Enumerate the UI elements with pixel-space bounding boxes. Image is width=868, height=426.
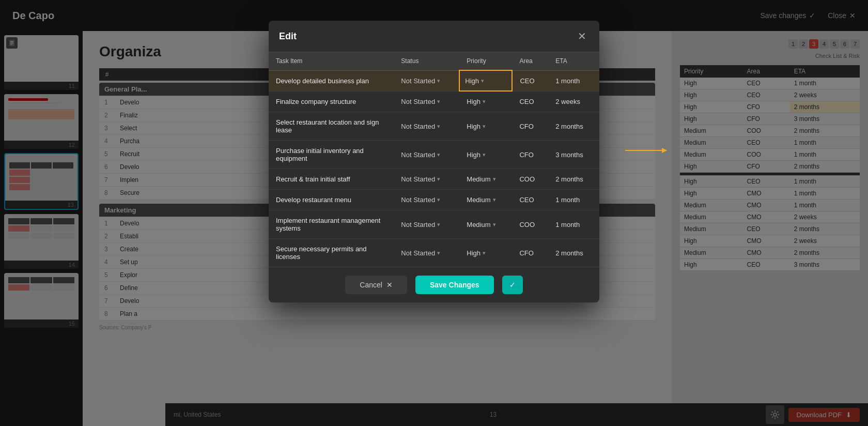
eta-cell-5: 2 months (548, 169, 599, 190)
status-arrow-8: ▾ (437, 250, 440, 256)
task-name-4: Purchase initial inventory and equipment (269, 141, 394, 169)
task-name-7: Implement restaurant management systems (269, 210, 394, 239)
priority-cell-8[interactable]: High ▾ (459, 239, 512, 267)
area-cell-3: CFO (512, 112, 548, 141)
confirm-check-button[interactable]: ✓ (502, 276, 523, 294)
cancel-x-icon: ✕ (386, 281, 393, 289)
status-select-5[interactable]: Not Started ▾ (401, 175, 452, 183)
annotation-line (625, 150, 667, 151)
status-select-8[interactable]: Not Started ▾ (401, 249, 452, 257)
cancel-label: Cancel (360, 281, 382, 289)
cancel-button[interactable]: Cancel ✕ (345, 276, 407, 294)
priority-dropdown-4[interactable]: High ▾ (467, 151, 505, 159)
priority-dropdown-3[interactable]: High ▾ (467, 123, 505, 130)
priority-value-8: High (467, 249, 481, 257)
priority-value-5: Medium (467, 175, 490, 183)
task-name-5: Recruit & train initial staff (269, 169, 394, 190)
area-cell-1: CEO (512, 70, 548, 91)
edit-table-row-7: Implement restaurant management systems … (269, 210, 599, 239)
priority-value-6: Medium (467, 196, 490, 204)
modal-body: Task Item Status Priority Area ETA Devel… (269, 52, 599, 267)
priority-arrow-6: ▾ (493, 196, 496, 203)
modal-footer: Cancel ✕ Save Changes ✓ (269, 267, 599, 302)
status-cell-6[interactable]: Not Started ▾ (394, 190, 459, 210)
eta-cell-2: 2 weeks (548, 91, 599, 112)
col-priority: Priority (459, 52, 512, 70)
area-cell-8: CFO (512, 239, 548, 267)
priority-cell-7[interactable]: Medium ▾ (459, 210, 512, 239)
col-status: Status (394, 52, 459, 70)
status-value-7: Not Started (401, 221, 435, 229)
modal-close-button[interactable]: ✕ (575, 29, 589, 43)
annotation-arrowhead (662, 148, 667, 153)
area-cell-4: CFO (512, 141, 548, 169)
modal-header: Edit ✕ (269, 21, 599, 52)
col-area: Area (512, 52, 548, 70)
eta-cell-4: 3 months (548, 141, 599, 169)
status-cell-8[interactable]: Not Started ▾ (394, 239, 459, 267)
status-cell-2[interactable]: Not Started ▾ (394, 91, 459, 112)
priority-dropdown-6[interactable]: Medium ▾ (467, 196, 505, 204)
status-select-3[interactable]: Not Started ▾ (401, 123, 452, 130)
eta-cell-8: 2 months (548, 239, 599, 267)
eta-cell-1: 1 month (548, 70, 599, 91)
priority-cell-2[interactable]: High ▾ (459, 91, 512, 112)
edit-table-row-2: Finalize company structure Not Started ▾… (269, 91, 599, 112)
save-changes-label: Save Changes (430, 281, 479, 289)
status-value-4: Not Started (401, 151, 435, 159)
modal-title: Edit (279, 31, 297, 42)
edit-table-row-6: Develop restaurant menu Not Started ▾ Me… (269, 190, 599, 210)
area-cell-7: COO (512, 210, 548, 239)
eta-cell-3: 2 months (548, 112, 599, 141)
status-value-3: Not Started (401, 123, 435, 130)
edit-table-row-8: Secure necessary permits and licenses No… (269, 239, 599, 267)
status-arrow-4: ▾ (437, 151, 440, 158)
task-name-3: Select restaurant location and sign leas… (269, 112, 394, 141)
priority-cell-3[interactable]: High ▾ (459, 112, 512, 141)
priority-arrow-7: ▾ (493, 221, 496, 228)
priority-arrow-5: ▾ (493, 176, 496, 182)
status-select-4[interactable]: Not Started ▾ (401, 151, 452, 159)
priority-arrow-8: ▾ (483, 250, 486, 256)
status-cell-4[interactable]: Not Started ▾ (394, 141, 459, 169)
priority-dropdown-8[interactable]: High ▾ (467, 249, 505, 257)
status-select-6[interactable]: Not Started ▾ (401, 196, 452, 204)
priority-dropdown-2[interactable]: High ▾ (467, 98, 505, 105)
status-cell-7[interactable]: Not Started ▾ (394, 210, 459, 239)
status-select-7[interactable]: Not Started ▾ (401, 221, 452, 229)
priority-value-1: High (465, 77, 479, 85)
col-task-item: Task Item (269, 52, 394, 70)
save-changes-button[interactable]: Save Changes (415, 276, 494, 294)
status-value-2: Not Started (401, 98, 435, 105)
area-cell-6: CEO (512, 190, 548, 210)
modal-overlay: Edit ✕ Task Item Status Priority Area ET… (0, 0, 868, 426)
priority-arrow-4: ▾ (483, 151, 486, 158)
status-arrow-2: ▾ (437, 98, 440, 105)
status-cell-3[interactable]: Not Started ▾ (394, 112, 459, 141)
priority-value-7: Medium (467, 221, 490, 229)
check-icon: ✓ (509, 281, 516, 289)
edit-table-row-3: Select restaurant location and sign leas… (269, 112, 599, 141)
edit-table-container: Task Item Status Priority Area ETA Devel… (269, 52, 599, 267)
priority-cell-5[interactable]: Medium ▾ (459, 169, 512, 190)
priority-dropdown-1[interactable]: High ▾ (465, 77, 506, 85)
area-cell-2: CEO (512, 91, 548, 112)
status-value-5: Not Started (401, 175, 435, 183)
status-select-1[interactable]: Not Started ▾ (401, 77, 452, 85)
priority-arrow-3: ▾ (483, 123, 486, 130)
priority-dropdown-7[interactable]: Medium ▾ (467, 221, 505, 229)
task-name-6: Develop restaurant menu (269, 190, 394, 210)
task-name-8: Secure necessary permits and licenses (269, 239, 394, 267)
status-select-2[interactable]: Not Started ▾ (401, 98, 452, 105)
priority-arrow-1: ▾ (481, 78, 484, 84)
edit-table-row-1: Develop detailed business plan Not Start… (269, 70, 599, 91)
status-cell-5[interactable]: Not Started ▾ (394, 169, 459, 190)
priority-cell-4[interactable]: High ▾ (459, 141, 512, 169)
priority-value-2: High (467, 98, 481, 105)
eta-cell-7: 1 month (548, 210, 599, 239)
edit-table-row-4: Purchase initial inventory and equipment… (269, 141, 599, 169)
priority-cell-1[interactable]: High ▾ (459, 70, 512, 91)
priority-cell-6[interactable]: Medium ▾ (459, 190, 512, 210)
status-cell-1[interactable]: Not Started ▾ (394, 70, 459, 91)
priority-dropdown-5[interactable]: Medium ▾ (467, 175, 505, 183)
